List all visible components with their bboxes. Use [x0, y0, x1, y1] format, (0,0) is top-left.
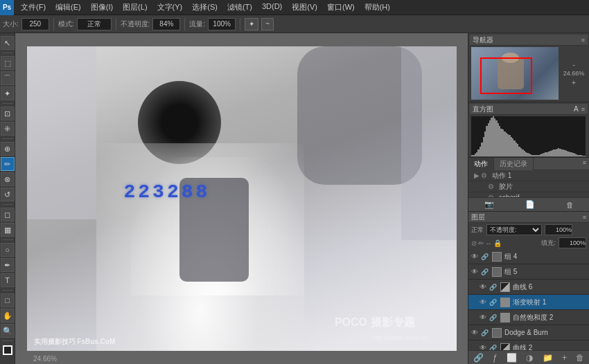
- lock-all-icon[interactable]: 🔒: [493, 239, 502, 247]
- histogram-menu-icon[interactable]: ≡: [581, 106, 585, 113]
- menu-window[interactable]: 窗口(W): [323, 1, 359, 14]
- opacity-input[interactable]: [545, 224, 572, 235]
- delete-layer-btn[interactable]: 🗑: [573, 353, 587, 363]
- menu-3d[interactable]: 3D(D): [258, 1, 286, 14]
- history-menu-icon[interactable]: ≡: [580, 158, 589, 170]
- lock-position-icon[interactable]: ↔: [485, 239, 492, 247]
- smooth-btn[interactable]: ~: [261, 18, 274, 30]
- mode-label: 模式:: [58, 19, 74, 29]
- navigator-viewport-rect: [480, 57, 533, 94]
- new-adjustment-btn[interactable]: ◑: [523, 353, 536, 363]
- layer-item[interactable]: 👁🔗曲线 6: [468, 280, 589, 295]
- gradient-tool[interactable]: ▦: [1, 223, 15, 237]
- layer-item[interactable]: 👁🔗曲线 2: [468, 340, 589, 350]
- blend-mode-select[interactable]: 不透明度:: [486, 224, 542, 235]
- move-tool[interactable]: ↖: [1, 36, 15, 50]
- layer-link-icon[interactable]: 🔗: [481, 269, 489, 275]
- layer-link-icon[interactable]: 🔗: [489, 284, 498, 291]
- mode-input[interactable]: [77, 18, 112, 30]
- layer-item[interactable]: 👁🔗渐变映射 1: [468, 295, 589, 310]
- menu-layer[interactable]: 图层(L): [118, 1, 151, 14]
- history-delete[interactable]: 🗑: [566, 201, 574, 209]
- crop-tool[interactable]: ⊡: [1, 107, 15, 120]
- layer-visibility-icon[interactable]: 👁: [480, 298, 488, 306]
- menu-file[interactable]: 文件(F): [17, 1, 50, 14]
- brush-tool[interactable]: ✏: [1, 157, 15, 171]
- menu-help[interactable]: 帮助(H): [360, 1, 394, 14]
- layer-link-icon[interactable]: 🔗: [489, 345, 498, 351]
- add-style-btn[interactable]: ƒ: [490, 353, 500, 363]
- flow-input[interactable]: [208, 18, 236, 30]
- layer-link-icon[interactable]: 🔗: [481, 253, 489, 260]
- history-create-snapshot[interactable]: 📷: [484, 200, 494, 209]
- link-layers-btn[interactable]: 🔗: [471, 353, 486, 363]
- new-layer-btn[interactable]: +: [559, 353, 570, 363]
- marquee-tool[interactable]: ⬚: [1, 56, 15, 70]
- add-mask-btn[interactable]: ⬜: [504, 353, 520, 363]
- fill-input[interactable]: [559, 237, 586, 248]
- eraser-tool[interactable]: ◻: [1, 208, 15, 221]
- lock-icons: ⊘ ✏ ↔ 🔒: [471, 239, 502, 247]
- layer-thumbnail: [492, 328, 502, 338]
- lock-transparent-icon[interactable]: ⊘: [471, 239, 477, 247]
- layers-options-row: 正常 不透明度:: [468, 223, 589, 237]
- eyedropper-tool[interactable]: ⁜: [1, 122, 15, 136]
- layer-link-icon[interactable]: 🔗: [489, 299, 498, 306]
- history-item[interactable]: ▶⚙scharif: [468, 192, 589, 197]
- canvas-area[interactable]: 223288 实用摄影技巧 FsBus.CoM POCO 摄影专题 http:/…: [15, 33, 468, 364]
- layer-visibility-icon[interactable]: 👁: [471, 329, 480, 336]
- dodge-tool[interactable]: ○: [1, 243, 15, 257]
- fg-color[interactable]: [3, 345, 12, 355]
- layer-thumbnail: [500, 343, 510, 351]
- menu-text[interactable]: 文字(Y): [153, 1, 187, 14]
- hand-tool[interactable]: ✋: [1, 309, 15, 322]
- text-tool[interactable]: T: [1, 273, 15, 287]
- menu-view[interactable]: 视图(V): [288, 1, 322, 14]
- lasso-tool[interactable]: ⌒: [1, 71, 15, 85]
- right-panel: 导航器 ≡ - 2: [468, 33, 589, 364]
- magic-wand-tool[interactable]: ✦: [1, 87, 15, 100]
- layers-menu-icon[interactable]: ≡: [583, 214, 586, 221]
- layer-visibility-icon[interactable]: 👁: [480, 283, 488, 291]
- canvas: 223288 实用摄影技巧 FsBus.CoM POCO 摄影专题 http:/…: [27, 46, 457, 351]
- new-group-btn[interactable]: 📁: [540, 353, 556, 363]
- layer-visibility-icon[interactable]: 👁: [471, 268, 480, 275]
- airbrush-btn[interactable]: ✦: [245, 18, 258, 30]
- layer-item[interactable]: 👁🔗组 4: [468, 249, 589, 264]
- history-new-doc[interactable]: 📄: [525, 200, 535, 209]
- layer-visibility-icon[interactable]: 👁: [480, 313, 488, 321]
- tool-sep-5: [2, 239, 13, 240]
- zoom-in-icon[interactable]: +: [572, 78, 576, 87]
- healing-tool[interactable]: ⊕: [1, 142, 15, 156]
- zoom-tool[interactable]: 🔍: [1, 324, 15, 338]
- tool-sep-4: [2, 204, 13, 205]
- histogram-bar: [584, 156, 586, 156]
- size-input[interactable]: [21, 18, 49, 30]
- navigator-panel: 导航器 ≡ - 2: [468, 33, 589, 102]
- layer-item[interactable]: 👁🔗自然饱和度 2: [468, 310, 589, 325]
- layer-item[interactable]: 👁🔗组 5: [468, 264, 589, 280]
- shape-tool[interactable]: □: [1, 293, 15, 307]
- history-item[interactable]: ▶⚙胶片: [468, 181, 589, 192]
- menu-filter[interactable]: 滤镜(T): [223, 1, 256, 14]
- zoom-out-icon[interactable]: -: [572, 60, 575, 69]
- history-item[interactable]: ▶⚙动作 1: [468, 170, 589, 181]
- layer-item[interactable]: 👁🔗Dodge & Burn: [468, 325, 589, 340]
- layer-link-icon[interactable]: 🔗: [481, 329, 489, 336]
- lock-pixels-icon[interactable]: ✏: [478, 239, 484, 247]
- strength-input[interactable]: [152, 18, 180, 30]
- menu-edit[interactable]: 编辑(E): [51, 1, 85, 14]
- navigator-menu-icon[interactable]: ≡: [581, 37, 585, 44]
- photo-content: 223288 实用摄影技巧 FsBus.CoM POCO 摄影专题 http:/…: [27, 46, 457, 351]
- menu-image[interactable]: 图像(I): [87, 1, 117, 14]
- menu-select[interactable]: 选择(S): [188, 1, 222, 14]
- clone-tool[interactable]: ⊗: [1, 172, 15, 186]
- layer-link-icon[interactable]: 🔗: [489, 314, 498, 321]
- tab-actions[interactable]: 动作: [468, 158, 494, 170]
- tab-history[interactable]: 历史记录: [494, 158, 534, 170]
- history-brush-tool[interactable]: ↺: [1, 188, 15, 201]
- layer-visibility-icon[interactable]: 👁: [471, 253, 480, 260]
- pen-tool[interactable]: ✒: [1, 258, 15, 272]
- navigator-thumbnail[interactable]: [471, 47, 559, 100]
- layer-visibility-icon[interactable]: 👁: [480, 344, 488, 350]
